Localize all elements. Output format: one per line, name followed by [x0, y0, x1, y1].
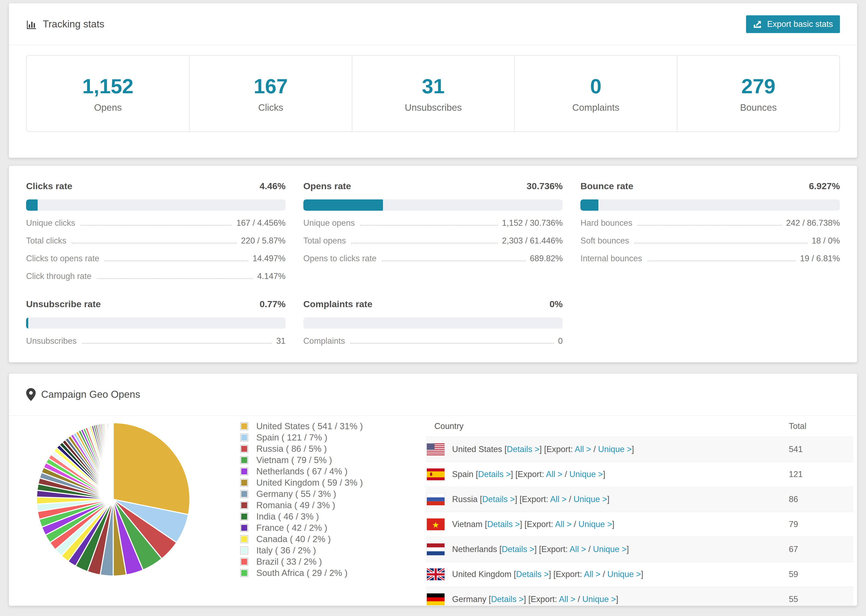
geo-table-row-ru: Russia [Details >] [Export: All > / Uniq… [426, 487, 853, 512]
export-all-link[interactable]: All > [570, 545, 586, 554]
geo-table-country-cell: Spain [Details >] [Export: All > / Uniqu… [426, 468, 789, 480]
details-link[interactable]: Details > [516, 569, 549, 579]
export-all-link[interactable]: All > [550, 495, 567, 504]
export-unique-link[interactable]: Unique > [582, 594, 616, 604]
legend-item-romania[interactable]: Romania ( 49 / 3% ) [240, 500, 426, 511]
details-link[interactable]: Details > [507, 445, 539, 454]
dotted-leader [82, 343, 272, 344]
legend-item-italy[interactable]: Italy ( 36 / 2% ) [240, 545, 426, 556]
legend-item-south-africa[interactable]: South Africa ( 29 / 2% ) [240, 567, 426, 579]
details-link[interactable]: Details > [482, 495, 515, 504]
rate-detail-value: 19 / 6.81% [800, 254, 840, 263]
legend-swatch-color [241, 423, 247, 429]
geo-table-country-cell: Germany [Details >] [Export: All > / Uni… [426, 593, 789, 605]
stat-cell-clicks: 167Clicks [189, 56, 351, 131]
legend-item-netherlands[interactable]: Netherlands ( 67 / 4% ) [240, 466, 426, 477]
rate-detail-label: Total opens [303, 236, 346, 246]
legend-item-germany[interactable]: Germany ( 55 / 3% ) [240, 488, 426, 500]
bracket-text: ] [Export: [511, 470, 546, 479]
rate-head: Bounce rate6.927% [580, 181, 840, 191]
legend-item-united-states[interactable]: United States ( 541 / 31% ) [240, 421, 426, 432]
stat-label: Bounces [740, 102, 777, 113]
rate-block-bounce-rate: Bounce rate6.927%Hard bounces242 / 86.73… [580, 181, 840, 282]
rate-details: Unique clicks167 / 4.456%Total clicks220… [26, 218, 286, 282]
legend-item-spain[interactable]: Spain ( 121 / 7% ) [240, 432, 426, 443]
rate-details: Complaints0 [303, 336, 563, 346]
export-all-link[interactable]: All > [575, 445, 591, 454]
legend-item-brazil[interactable]: Brazil ( 33 / 2% ) [240, 556, 426, 567]
rate-detail-value: 167 / 4.456% [236, 218, 286, 228]
legend-label: Germany ( 55 / 3% ) [256, 489, 336, 499]
export-basic-stats-button[interactable]: Export basic stats [746, 15, 840, 33]
rate-detail-label: Hard bounces [580, 218, 632, 228]
country-links: Vietnam [Details >] [Export: All > / Uni… [452, 520, 614, 529]
geo-table-row-gb: United Kingdom [Details >] [Export: All … [426, 562, 853, 587]
geo-table-header-country: Country [426, 421, 789, 431]
legend-swatch-color [241, 468, 247, 475]
rate-block-opens-rate: Opens rate30.736%Unique opens1,152 / 30.… [303, 181, 563, 282]
rate-detail-row: Clicks to opens rate14.497% [26, 254, 286, 264]
rate-detail-label: Clicks to opens rate [26, 254, 99, 263]
details-link[interactable]: Details > [487, 520, 520, 529]
flag-nl [427, 544, 444, 555]
legend-swatch-color [241, 525, 247, 531]
legend-label: Canada ( 40 / 2% ) [256, 534, 331, 544]
country-name: Spain [ [452, 470, 478, 479]
stat-cell-bounces: 279Bounces [677, 56, 839, 131]
export-unique-link[interactable]: Unique > [593, 545, 627, 554]
tracking-stats-title: Tracking stats [26, 19, 104, 30]
flag-ru [427, 493, 444, 505]
export-unique-link[interactable]: Unique > [607, 569, 641, 579]
legend-swatch-color [241, 514, 247, 520]
export-all-link[interactable]: All > [555, 520, 572, 529]
export-all-link[interactable]: All > [559, 594, 575, 604]
country-name: Russia [ [452, 495, 482, 504]
dotted-leader [72, 243, 237, 244]
flag-de [427, 593, 444, 605]
country-name: Germany [ [452, 594, 491, 604]
stat-cell-opens: 1,152Opens [27, 56, 189, 131]
stat-label: Complaints [572, 102, 619, 113]
rate-detail-value: 1,152 / 30.736% [502, 218, 563, 228]
pie-slice-united-states[interactable] [113, 423, 190, 515]
stat-value: 0 [590, 74, 601, 98]
details-link[interactable]: Details > [478, 470, 511, 479]
legend-swatch [240, 535, 248, 543]
tracking-stats-title-text: Tracking stats [43, 19, 104, 30]
rate-detail-value: 242 / 86.738% [786, 218, 840, 228]
legend-item-france[interactable]: France ( 42 / 2% ) [240, 522, 426, 533]
legend-item-india[interactable]: India ( 46 / 3% ) [240, 511, 426, 522]
details-link[interactable]: Details > [491, 594, 524, 604]
rate-detail-row: Opens to clicks rate689.82% [303, 254, 563, 264]
bracket-text: ] [627, 545, 629, 554]
campaign-geo-opens-title-text: Campaign Geo Opens [41, 389, 140, 400]
export-unique-link[interactable]: Unique > [598, 445, 632, 454]
slash-text: / [567, 495, 574, 504]
geo-pie-chart [9, 416, 240, 578]
stat-value: 1,152 [82, 74, 134, 98]
legend-swatch-color [241, 536, 247, 542]
export-all-link[interactable]: All > [584, 569, 600, 579]
export-unique-link[interactable]: Unique > [578, 520, 612, 529]
legend-item-vietnam[interactable]: Vietnam ( 79 / 5% ) [240, 454, 426, 466]
legend-swatch [240, 456, 248, 464]
stat-label: Opens [94, 102, 122, 113]
geo-table-row-es: Spain [Details >] [Export: All > / Uniqu… [426, 462, 853, 487]
stat-cell-complaints: 0Complaints [514, 56, 677, 131]
dotted-leader [351, 243, 498, 244]
legend-item-united-kingdom[interactable]: United Kingdom ( 59 / 3% ) [240, 477, 426, 488]
rate-block-complaints-rate: Complaints rate0%Complaints0 [303, 299, 563, 346]
export-all-link[interactable]: All > [546, 470, 562, 479]
legend-item-canada[interactable]: Canada ( 40 / 2% ) [240, 533, 426, 545]
rate-value: 30.736% [527, 181, 563, 191]
country-links: Russia [Details >] [Export: All > / Uniq… [452, 495, 609, 504]
export-unique-link[interactable]: Unique > [573, 495, 607, 504]
rate-detail-label: Click through rate [26, 272, 91, 281]
bracket-text: ] [612, 520, 614, 529]
export-unique-link[interactable]: Unique > [569, 470, 603, 479]
flag-us [427, 443, 444, 455]
details-link[interactable]: Details > [502, 545, 534, 554]
legend-item-russia[interactable]: Russia ( 86 / 5% ) [240, 443, 426, 454]
legend-swatch [240, 558, 248, 566]
geo-opens-table: CountryTotalUnited States [Details >] [E… [426, 416, 853, 606]
